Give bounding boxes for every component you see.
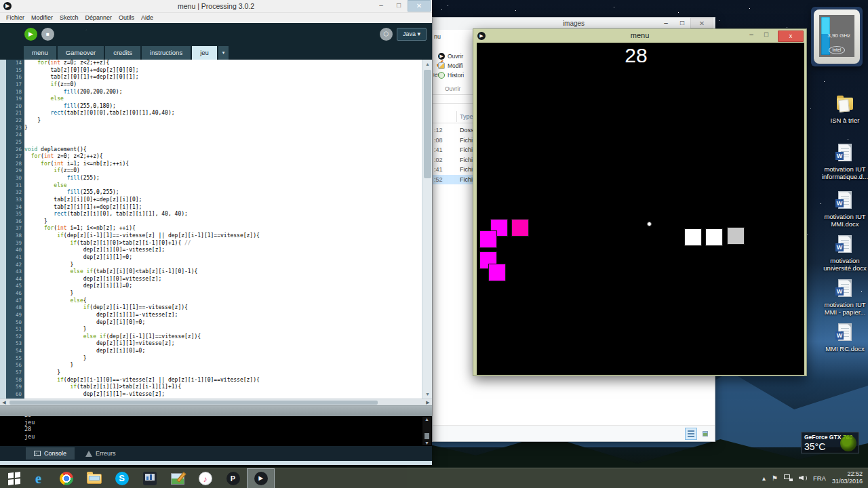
taskbar-chrome-button[interactable]	[52, 468, 80, 488]
menu-outils[interactable]: Outils	[115, 14, 138, 23]
desktop-icon-label: motivation IUT MMI - papier...	[817, 301, 868, 316]
code-line: dep[z][i][0]=vitesse[z];	[24, 276, 422, 283]
mode-selector[interactable]: Java ▾	[397, 28, 427, 41]
file-time: :08	[434, 136, 443, 146]
sketch-titlebar[interactable]: ▶ menu – □ x	[473, 29, 806, 43]
code-text[interactable]: for(int z=0; z<2;++z){ tab[z][0][0]+=dep…	[24, 60, 422, 399]
volume-icon[interactable]	[799, 474, 807, 482]
scroll-down-arrow[interactable]: ▼	[422, 390, 432, 399]
tab-instructions[interactable]: instructions	[142, 46, 191, 60]
gpu-temp-widget[interactable]: GeForce GTX 760 35°C	[801, 432, 859, 453]
ribbon-button-modifi[interactable]: Modifi	[438, 62, 463, 69]
hidden-icons-button[interactable]: ▴	[762, 474, 766, 482]
processing-icon: P	[226, 472, 240, 485]
code-line: tab[z][0][0]+=dep[z][0][0];	[24, 67, 422, 75]
tray-time: 22:52	[832, 470, 863, 478]
debug-button[interactable]: ⬡	[380, 28, 393, 41]
ribbon-button-ouvrir[interactable]: ▶Ouvrir	[438, 53, 463, 60]
sketch-minimize-button[interactable]: –	[745, 30, 757, 41]
thumbnails-view-button[interactable]	[699, 428, 711, 440]
desktop-icon-motivation-iut[interactable]: Wmotivation IUT informatique.d...	[817, 144, 868, 180]
taskbar-file-explorer-button[interactable]	[80, 468, 108, 488]
taskbar: eS♪P▶	[0, 468, 868, 488]
word-document-icon: W	[835, 235, 854, 256]
desktop-icon-motivation[interactable]: Wmotivation université.docx	[817, 235, 868, 272]
tab-Gameover[interactable]: Gameover	[58, 46, 104, 60]
stop-button[interactable]: ■	[41, 28, 54, 41]
hscrollbar-thumb[interactable]	[9, 401, 378, 405]
language-indicator[interactable]: FRA	[813, 474, 826, 482]
code-line: if(tab[z][i][0]>tab[z][i-1][0]+1){ //	[24, 240, 422, 247]
snake2-body	[488, 264, 506, 281]
explorer-maximize-button[interactable]: □	[674, 18, 690, 28]
warning-icon	[85, 451, 92, 457]
taskbar-internet-explorer-button[interactable]: e	[24, 468, 52, 488]
intel-logo: intel	[829, 46, 845, 54]
taskbar-paint-button[interactable]	[163, 468, 191, 488]
clock[interactable]: 22:52 31/03/2016	[832, 470, 863, 485]
taskbar-processing-button[interactable]: P	[219, 468, 247, 488]
tab-credits[interactable]: credits	[105, 46, 140, 60]
nvidia-logo	[840, 435, 856, 451]
code-line: else if(tab[z][i][0]<tab[z][i-1][0]-1){	[24, 268, 422, 276]
ide-maximize-button[interactable]: □	[390, 0, 408, 12]
scrollbar-thumb[interactable]	[424, 70, 431, 178]
bottom-tab-console[interactable]: >_Console	[26, 447, 75, 460]
sketch-close-button[interactable]: x	[778, 30, 804, 42]
menu-aide[interactable]: Aide	[138, 14, 157, 23]
code-line: }	[24, 355, 422, 363]
explorer-minimize-button[interactable]: –	[658, 18, 674, 28]
tab-menu[interactable]: menu	[24, 46, 56, 60]
taskbar-processing-sketch-button[interactable]: ▶	[247, 468, 275, 488]
column-header-type[interactable]: Type	[460, 113, 473, 120]
explorer-close-button[interactable]: ✕	[690, 18, 713, 28]
menu-sketch[interactable]: Sketch	[56, 14, 82, 23]
bottom-tab-erreurs[interactable]: Erreurs	[77, 447, 124, 460]
sketch-maximize-button[interactable]: □	[760, 30, 772, 41]
desktop-icon-mmi-rc.docx[interactable]: WMMI RC.docx	[817, 323, 868, 352]
console-tabbar: >_ConsoleErreurs	[0, 446, 432, 461]
tab-overflow-menu[interactable]: ▾	[218, 46, 229, 60]
run-button[interactable]: ▶	[24, 28, 37, 41]
code-line: void deplacement(){	[24, 146, 422, 154]
code-line: }	[24, 125, 422, 132]
sketch-canvas[interactable]: 28	[477, 43, 804, 375]
code-line: if(z==0)	[24, 81, 422, 89]
code-line: else	[24, 182, 422, 190]
ide-minimize-button[interactable]: –	[372, 0, 390, 12]
editor-horizontal-scrollbar[interactable]: ◀ ▶	[0, 399, 432, 405]
code-line: for(int i=1; i<=nb[z]; ++i){	[24, 225, 422, 232]
tray-date: 31/03/2016	[832, 478, 863, 485]
details-view-button[interactable]	[685, 428, 697, 440]
desktop-icon-motivation-iut[interactable]: Wmotivation IUT MMI.docx	[817, 191, 868, 228]
desktop-icon-isn-à-trier[interactable]: ISN à trier	[817, 95, 868, 124]
scroll-up-arrow[interactable]: ▲	[422, 60, 432, 68]
ide-close-button[interactable]: ✕	[408, 0, 431, 12]
ide-titlebar[interactable]: ▶ menu | Processing 3.0.2 – □ ✕	[0, 0, 432, 13]
taskbar-skype-button[interactable]: S	[108, 468, 136, 488]
code-line: if(tab[z][i][1]>tab[z][i-1][1]+1){	[24, 384, 422, 391]
taskbar-start-button[interactable]	[0, 468, 28, 488]
menu-fichier[interactable]: Fichier	[3, 14, 28, 23]
file-time: :41	[434, 165, 443, 175]
file-explorer-icon	[87, 474, 102, 484]
desktop-icon-label: MMI RC.docx	[817, 345, 868, 352]
tab-jeu[interactable]: jeu	[192, 46, 217, 60]
menu-modifier[interactable]: Modifier	[28, 14, 56, 23]
code-line: else{	[24, 298, 422, 305]
desktop-icon-motivation-iut[interactable]: Wmotivation IUT MMI - papier...	[817, 279, 868, 316]
taskbar-itunes-button[interactable]: ♪	[191, 468, 219, 488]
code-editor[interactable]: 1415161718192021222324252627282930313233…	[0, 60, 432, 399]
ribbon-button-histori[interactable]: Histori	[438, 72, 464, 79]
console-scrollbar[interactable]: ▲ ▼	[422, 417, 431, 445]
action-center-flag-icon[interactable]: ⚑	[772, 474, 778, 482]
code-line: dep[z][i][1]=0;	[24, 254, 422, 262]
desktop: images – □ ✕ nu ✓ iétés ▶OuvrirModifiHis…	[0, 0, 868, 488]
menu-dépanner[interactable]: Dépanner	[82, 14, 116, 23]
system-monitor-icon	[143, 472, 157, 485]
cpu-meter-gadget[interactable]: 3,90 GHz intel	[811, 7, 863, 66]
editor-vertical-scrollbar[interactable]: ▲ ▼	[422, 60, 432, 399]
taskbar-system-monitor-button[interactable]	[136, 468, 163, 488]
network-icon[interactable]	[784, 474, 793, 481]
desktop-icon-label: motivation université.docx	[817, 257, 868, 272]
